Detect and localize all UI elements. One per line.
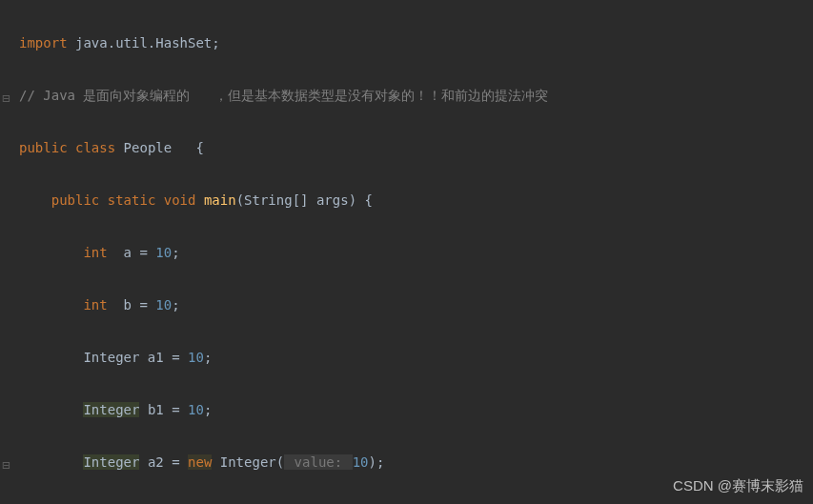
code-line: import java.util.HashSet;	[19, 30, 813, 57]
comment: // Java 是面向对象编程的 ，但是基本数据类型是没有对象的！！和前边的提法…	[19, 88, 548, 103]
code-line: int b = 10;	[19, 292, 813, 319]
code-line: Integer b1 = 10;	[19, 397, 813, 424]
code-editor[interactable]: import java.util.HashSet; // Java 是面向对象编…	[0, 0, 813, 504]
code-line: int a = 10;	[19, 240, 813, 267]
fold-icon[interactable]: ⊟	[2, 453, 10, 479]
code-line: Integer a1 = 10;	[19, 345, 813, 372]
code-line: // Java 是面向对象编程的 ，但是基本数据类型是没有对象的！！和前边的提法…	[19, 83, 813, 110]
code-line: public static void main(String[] args) {	[19, 188, 813, 214]
watermark: CSDN @赛博末影猫	[673, 473, 803, 499]
fold-icon[interactable]: ⊟	[2, 86, 10, 112]
code-line: public class People {	[19, 135, 813, 162]
param-hint: value:	[284, 454, 352, 470]
keyword: import	[19, 35, 68, 50]
